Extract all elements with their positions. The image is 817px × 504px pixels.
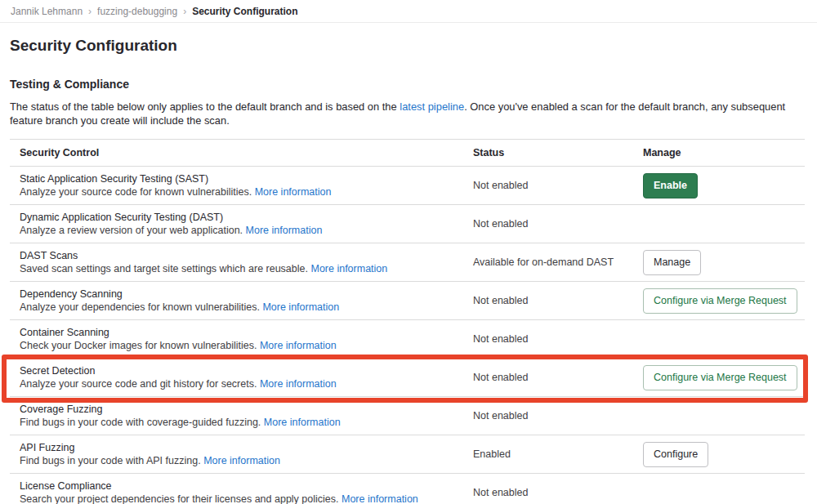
chevron-right-icon: › <box>183 6 186 17</box>
breadcrumb-item: Security Configuration <box>192 6 297 17</box>
table-row: Static Application Security Testing (SAS… <box>10 167 805 205</box>
table-row-highlighted: Secret Detection Analyze your source cod… <box>10 359 805 397</box>
security-control-name: Dependency Scanning <box>20 288 457 300</box>
table-row: Coverage Fuzzing Find bugs in your code … <box>10 397 805 435</box>
status-cell: Not enabled <box>463 328 633 350</box>
security-control-description: Search your project dependencies for the… <box>20 493 457 504</box>
breadcrumb-item[interactable]: fuzzing-debugging <box>97 6 177 17</box>
section-heading: Testing & Compliance <box>10 78 807 91</box>
security-control-name: API Fuzzing <box>20 442 457 453</box>
column-header-status: Status <box>463 140 633 165</box>
table-row: DAST Scans Saved scan settings and targe… <box>10 243 805 282</box>
more-information-link[interactable]: More information <box>310 263 387 274</box>
manage-cell <box>633 488 805 497</box>
description-text: Analyze a review version of your web app… <box>20 225 243 236</box>
latest-pipeline-link[interactable]: latest pipeline <box>400 100 464 113</box>
manage-action-button[interactable]: Configure via Merge Request <box>643 288 797 314</box>
status-cell: Available for on-demand DAST <box>463 252 633 273</box>
security-control-name: Container Scanning <box>20 327 457 338</box>
manage-action-button[interactable]: Configure <box>643 442 708 467</box>
manage-cell <box>633 411 805 421</box>
security-control-name: Secret Detection <box>20 365 457 377</box>
manage-cell: Manage <box>633 245 805 280</box>
description-text: Analyze your source code and git history… <box>20 378 257 390</box>
security-control-cell: Dynamic Application Security Testing (DA… <box>10 207 463 241</box>
security-control-cell: API Fuzzing Find bugs in your code with … <box>10 437 463 471</box>
more-information-link[interactable]: More information <box>260 378 337 390</box>
description-text-before: The status of the table below only appli… <box>10 100 400 113</box>
security-control-name: Static Application Security Testing (SAS… <box>20 173 457 185</box>
table-row: Dynamic Application Security Testing (DA… <box>10 205 805 243</box>
manage-cell: Enable <box>633 168 805 203</box>
manage-action-button[interactable]: Enable <box>643 173 698 198</box>
security-control-name: Coverage Fuzzing <box>20 404 457 415</box>
chevron-right-icon: › <box>88 6 92 17</box>
table-header-row: Security Control Status Manage <box>10 140 805 167</box>
description-text: Check your Docker images for known vulne… <box>20 340 257 351</box>
more-information-link[interactable]: More information <box>255 186 332 198</box>
security-control-description: Check your Docker images for known vulne… <box>20 340 457 351</box>
column-header-security-control: Security Control <box>10 140 463 165</box>
security-control-cell: Dependency Scanning Analyze your depende… <box>10 283 463 318</box>
manage-cell <box>633 219 805 229</box>
table-row: API Fuzzing Find bugs in your code with … <box>10 435 805 474</box>
security-control-description: Find bugs in your code with API fuzzing.… <box>20 455 457 466</box>
breadcrumb: Jannik Lehmann›fuzzing-debugging›Securit… <box>0 0 817 23</box>
status-cell: Not enabled <box>463 175 633 196</box>
security-control-cell: Coverage Fuzzing Find bugs in your code … <box>10 399 463 433</box>
description-text: Analyze your source code for known vulne… <box>20 186 252 198</box>
security-controls-table: Security Control Status Manage Static Ap… <box>10 139 805 504</box>
manage-cell: Configure via Merge Request <box>633 283 805 319</box>
status-cell: Not enabled <box>463 213 633 234</box>
security-control-description: Analyze your source code and git history… <box>20 378 457 390</box>
security-control-name: DAST Scans <box>20 250 457 261</box>
security-control-description: Saved scan settings and target site sett… <box>20 263 457 274</box>
table-row: Dependency Scanning Analyze your depende… <box>10 282 805 320</box>
more-information-link[interactable]: More information <box>342 493 418 504</box>
status-cell: Not enabled <box>463 367 633 388</box>
security-control-name: License Compliance <box>20 480 457 492</box>
column-header-manage: Manage <box>633 140 805 165</box>
status-cell: Not enabled <box>463 405 633 426</box>
security-control-name: Dynamic Application Security Testing (DA… <box>20 212 457 223</box>
breadcrumb-item[interactable]: Jannik Lehmann <box>11 6 83 17</box>
status-cell: Not enabled <box>463 482 633 503</box>
manage-cell: Configure via Merge Request <box>633 360 805 395</box>
table-row: License Compliance Search your project d… <box>10 474 805 504</box>
table-body: Static Application Security Testing (SAS… <box>10 167 805 504</box>
security-control-cell: Secret Detection Analyze your source cod… <box>10 360 463 395</box>
section-description: The status of the table below only appli… <box>10 100 807 127</box>
manage-cell <box>633 334 805 344</box>
security-control-cell: DAST Scans Saved scan settings and targe… <box>10 245 463 279</box>
security-control-cell: Container Scanning Check your Docker ima… <box>10 322 463 356</box>
more-information-link[interactable]: More information <box>260 340 337 351</box>
more-information-link[interactable]: More information <box>246 225 323 236</box>
security-control-description: Analyze a review version of your web app… <box>20 225 457 236</box>
more-information-link[interactable]: More information <box>264 417 341 428</box>
manage-cell: Configure <box>633 437 805 472</box>
description-text: Analyze your dependencies for known vuln… <box>20 301 260 313</box>
security-control-cell: License Compliance Search your project d… <box>10 475 463 504</box>
description-text: Find bugs in your code with API fuzzing. <box>20 455 201 466</box>
security-control-description: Analyze your dependencies for known vuln… <box>20 301 457 313</box>
security-control-description: Find bugs in your code with coverage-gui… <box>20 417 457 428</box>
page-title: Security Configuration <box>10 37 807 55</box>
table-row: Container Scanning Check your Docker ima… <box>10 320 805 359</box>
security-control-cell: Static Application Security Testing (SAS… <box>10 168 463 203</box>
manage-action-button[interactable]: Configure via Merge Request <box>643 365 797 390</box>
manage-action-button[interactable]: Manage <box>643 250 701 275</box>
security-control-description: Analyze your source code for known vulne… <box>20 186 457 198</box>
more-information-link[interactable]: More information <box>203 455 280 466</box>
more-information-link[interactable]: More information <box>262 301 339 313</box>
status-cell: Enabled <box>463 444 633 465</box>
status-cell: Not enabled <box>463 290 633 311</box>
description-text: Saved scan settings and target site sett… <box>20 263 308 274</box>
description-text: Search your project dependencies for the… <box>20 493 339 504</box>
description-text: Find bugs in your code with coverage-gui… <box>20 417 261 428</box>
